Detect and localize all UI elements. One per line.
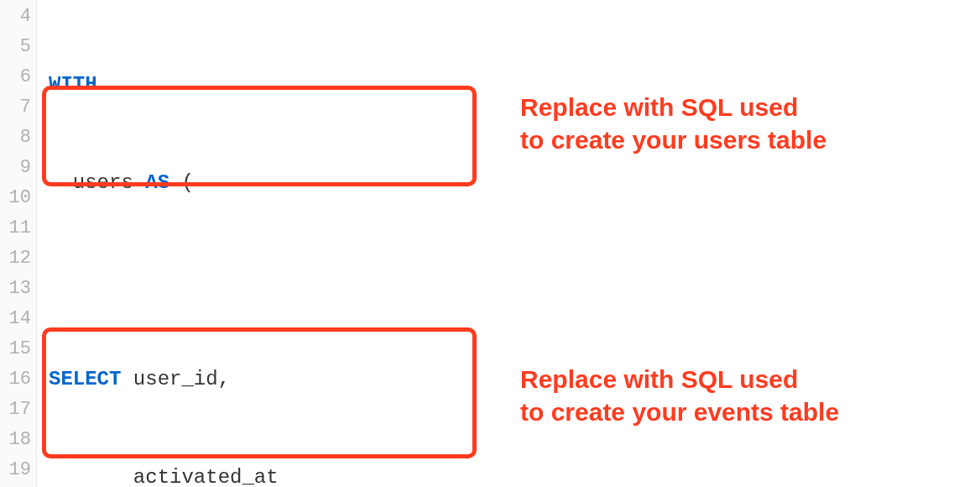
line-number: 17	[0, 395, 36, 425]
code-line[interactable]: WITH	[49, 70, 980, 100]
line-number: 12	[0, 244, 36, 274]
code-line[interactable]: users AS (	[49, 168, 980, 198]
code-line[interactable]: activated_at	[49, 463, 980, 487]
code-text: users	[73, 171, 145, 194]
line-number: 5	[0, 32, 36, 62]
line-number: 4	[0, 2, 36, 32]
code-text: user_id,	[121, 368, 230, 390]
line-number: 14	[0, 304, 36, 334]
line-number: 9	[0, 153, 36, 183]
line-number: 8	[0, 123, 36, 153]
line-number: 15	[0, 334, 36, 364]
line-number: 19	[0, 455, 36, 485]
indent	[49, 171, 73, 194]
code-text: activated_at	[133, 466, 279, 487]
indent	[49, 466, 133, 487]
line-number: 13	[0, 274, 36, 304]
code-editor: 45678910111213141516171819 WITH users AS…	[0, 0, 980, 487]
line-number: 10	[0, 183, 36, 213]
code-text: (	[169, 171, 194, 194]
code-line[interactable]	[49, 266, 980, 296]
line-number: 18	[0, 425, 36, 455]
keyword: AS	[145, 171, 169, 194]
line-number: 6	[0, 62, 36, 92]
line-number: 16	[0, 364, 36, 395]
line-number: 7	[0, 92, 36, 123]
code-line[interactable]: SELECT user_id,	[49, 364, 980, 395]
line-number: 11	[0, 213, 36, 244]
line-number-gutter: 45678910111213141516171819	[0, 0, 37, 487]
keyword: WITH	[49, 73, 97, 96]
keyword: SELECT	[49, 368, 121, 390]
code-area[interactable]: WITH users AS ( SELECT user_id, activate…	[37, 0, 980, 487]
